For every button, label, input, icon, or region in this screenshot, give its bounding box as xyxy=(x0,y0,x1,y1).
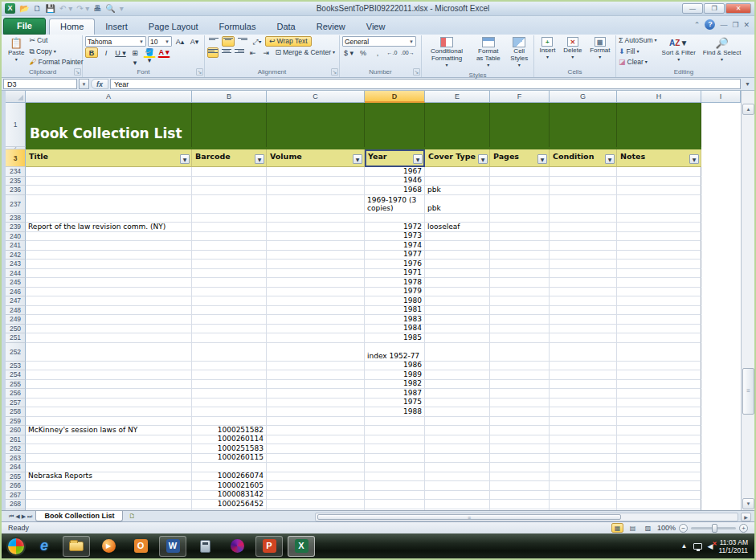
cell-F256[interactable] xyxy=(490,389,550,399)
cell-C237[interactable] xyxy=(267,195,365,214)
cell-E268[interactable] xyxy=(425,500,490,509)
cell-G259[interactable] xyxy=(550,417,617,427)
cell-G241[interactable] xyxy=(550,241,617,251)
cell-B267[interactable]: 1000083142 xyxy=(192,491,267,501)
font-color-button[interactable]: A ▾ xyxy=(157,47,170,58)
borders-button[interactable]: ⊞ ▾ xyxy=(129,47,141,58)
cell-G261[interactable] xyxy=(550,435,617,445)
cell-E235[interactable] xyxy=(425,177,490,186)
cell-B246[interactable] xyxy=(192,288,267,297)
banner-cell-G1[interactable] xyxy=(550,103,617,147)
tab-data[interactable]: Data xyxy=(266,19,305,35)
row-header-250[interactable]: 250 xyxy=(6,325,26,334)
cell-E256[interactable] xyxy=(425,389,490,399)
cell-E248[interactable] xyxy=(425,306,490,316)
cell-I258[interactable] xyxy=(701,407,741,417)
cell-F248[interactable] xyxy=(490,306,550,316)
cell-D243[interactable]: 1976 xyxy=(365,260,425,269)
cell-G236[interactable] xyxy=(550,186,617,195)
paste-button[interactable]: 📋 Paste▾ xyxy=(6,36,27,67)
row-header-242[interactable]: 242 xyxy=(6,251,26,260)
cell-E260[interactable] xyxy=(425,426,490,435)
cell-A260[interactable]: McKinney's session laws of NY xyxy=(26,426,192,435)
cell-F268[interactable] xyxy=(490,500,550,509)
cell-H243[interactable] xyxy=(617,260,701,269)
tab-page-layout[interactable]: Page Layout xyxy=(138,19,209,35)
cell-I247[interactable] xyxy=(701,296,741,306)
cell-B247[interactable] xyxy=(192,296,267,306)
clear-button[interactable]: ◪Clear ▾ xyxy=(619,58,657,67)
font-size-select[interactable]: 10▼ xyxy=(148,36,172,47)
cell-G268[interactable] xyxy=(550,500,617,509)
header-cell-volume[interactable]: Volume▼ xyxy=(267,149,365,167)
cell-A264[interactable] xyxy=(26,463,192,472)
open-icon[interactable]: 📂 xyxy=(19,3,29,14)
cell-F263[interactable] xyxy=(490,454,550,464)
filter-dropdown-icon[interactable]: ▼ xyxy=(478,154,488,164)
cell-D254[interactable]: 1989 xyxy=(365,370,425,380)
cell-H265[interactable] xyxy=(617,472,701,482)
cell-F234[interactable] xyxy=(490,167,550,177)
cell-H235[interactable] xyxy=(617,177,701,186)
zoom-slider[interactable] xyxy=(691,527,736,529)
format-as-table-button[interactable]: Format as Table▾ xyxy=(472,36,505,70)
cell-E262[interactable] xyxy=(425,444,490,454)
undo-icon[interactable]: ↶ ▾ xyxy=(59,3,72,14)
cell-G247[interactable] xyxy=(550,296,617,306)
cell-E238[interactable] xyxy=(425,214,490,223)
cell-B236[interactable] xyxy=(192,186,267,195)
cell-I256[interactable] xyxy=(701,389,741,399)
row-header-244[interactable]: 244 xyxy=(6,269,26,279)
cell-B242[interactable] xyxy=(192,251,267,260)
network-icon[interactable] xyxy=(693,543,702,550)
font-dialog-launcher[interactable]: ↘ xyxy=(196,68,203,76)
cell-B261[interactable]: 1000260114 xyxy=(192,435,267,445)
cell-H239[interactable] xyxy=(617,223,701,232)
insert-worksheet-icon[interactable]: 🗋 xyxy=(123,511,141,521)
cell-B241[interactable] xyxy=(192,241,267,251)
cell-A250[interactable] xyxy=(26,325,192,334)
align-center-button[interactable] xyxy=(220,47,231,58)
cell-A236[interactable] xyxy=(26,186,192,195)
row-header-267[interactable]: 267 xyxy=(6,491,26,501)
cell-D255[interactable]: 1982 xyxy=(365,380,425,390)
cell-C267[interactable] xyxy=(267,491,365,501)
format-cells-button[interactable]: ▦ Format▾ xyxy=(587,36,612,67)
cell-H258[interactable] xyxy=(617,407,701,417)
vertical-scroll-thumb[interactable] xyxy=(742,368,754,415)
cell-B249[interactable] xyxy=(192,315,267,325)
cell-G257[interactable] xyxy=(550,399,617,408)
cell-H263[interactable] xyxy=(617,454,701,464)
alignment-dialog-launcher[interactable]: ↘ xyxy=(331,68,338,76)
cell-A248[interactable] xyxy=(26,306,192,316)
cell-D251[interactable]: 1985 xyxy=(365,333,425,343)
workbook-minimize-icon[interactable]: — xyxy=(720,21,727,29)
cell-F257[interactable] xyxy=(490,399,550,408)
cell-I234[interactable] xyxy=(701,167,741,177)
accounting-format-button[interactable]: $ ▾ xyxy=(342,47,355,58)
cell-H247[interactable] xyxy=(617,296,701,306)
cell-F261[interactable] xyxy=(490,435,550,445)
cell-I253[interactable] xyxy=(701,362,741,371)
cell-H262[interactable] xyxy=(617,444,701,454)
cut-button[interactable]: ✂Cut xyxy=(29,36,83,45)
cell-G244[interactable] xyxy=(550,269,617,279)
row-header-3[interactable]: 3 xyxy=(6,149,26,167)
cell-B240[interactable] xyxy=(192,232,267,242)
cell-C244[interactable] xyxy=(267,269,365,279)
workbook-restore-icon[interactable]: ❐ xyxy=(732,21,738,29)
cell-F243[interactable] xyxy=(490,260,550,269)
cell-I264[interactable] xyxy=(701,463,741,472)
cell-H253[interactable] xyxy=(617,362,701,371)
cell-I237[interactable] xyxy=(701,195,741,214)
horizontal-scrollbar[interactable] xyxy=(315,513,738,521)
cell-H242[interactable] xyxy=(617,251,701,260)
cell-C256[interactable] xyxy=(267,389,365,399)
cell-B254[interactable] xyxy=(192,370,267,380)
cell-A249[interactable] xyxy=(26,315,192,325)
normal-view-button[interactable]: ▦ xyxy=(611,523,623,533)
comma-style-button[interactable]: , xyxy=(371,47,384,58)
zoom-in-button[interactable]: + xyxy=(739,524,748,533)
scroll-right-icon[interactable]: ▶ xyxy=(741,513,751,521)
cell-I241[interactable] xyxy=(701,241,741,251)
